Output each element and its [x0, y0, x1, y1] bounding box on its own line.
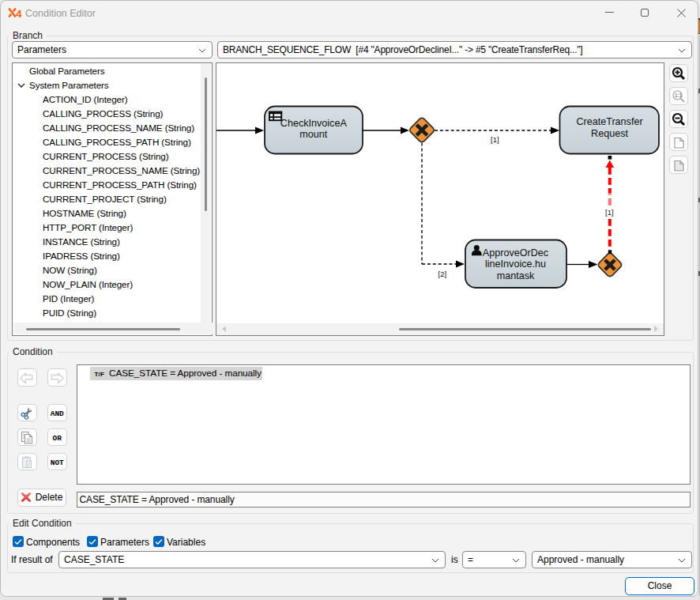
svg-text:[2]: [2]	[438, 270, 447, 278]
svg-text:CreateTransfer: CreateTransfer	[576, 116, 642, 127]
svg-text:[1]: [1]	[605, 208, 614, 217]
svg-text:mount: mount	[299, 129, 328, 140]
svg-text:CheckInvoiceA: CheckInvoiceA	[280, 118, 348, 129]
svg-text:mantask: mantask	[497, 270, 535, 281]
svg-text:ApproveOrDec: ApproveOrDec	[483, 247, 548, 258]
svg-text:[1]: [1]	[491, 135, 499, 144]
svg-text:4: 4	[16, 8, 22, 17]
svg-text:lineInvoice.hu: lineInvoice.hu	[485, 258, 546, 270]
svg-text:Request: Request	[591, 128, 628, 139]
svg-text:1:1: 1:1	[674, 92, 682, 98]
